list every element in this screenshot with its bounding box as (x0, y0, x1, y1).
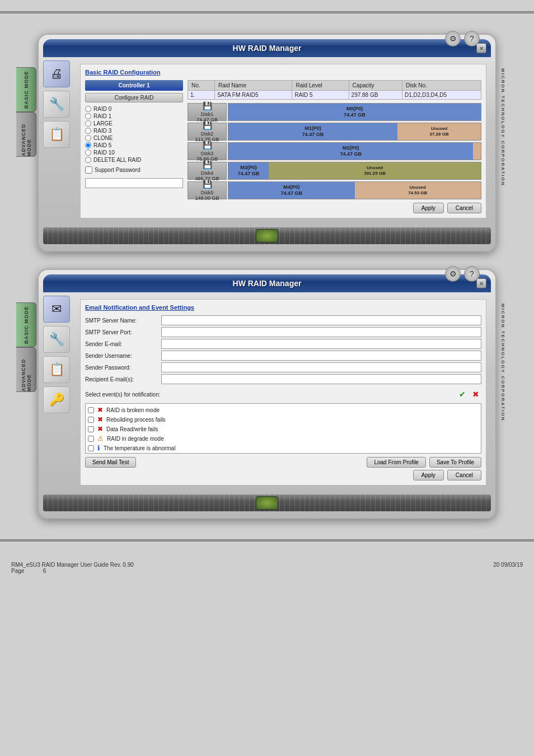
window2-cancel-btn[interactable]: Cancel (447, 470, 481, 480)
sidebar-icon-key-2[interactable]: 🔑 (43, 386, 70, 413)
radio-clone[interactable]: CLONE (85, 135, 183, 141)
title-bar-1: HW RAID Manager ✕ ⚙ ? (43, 39, 491, 57)
basic-mode-tab-2[interactable]: Basic Mode (16, 302, 36, 347)
sender-username-input[interactable] (161, 351, 481, 361)
radio-raid3[interactable]: RAID 3 (85, 128, 183, 134)
configure-btn[interactable]: Configure RAID (85, 93, 183, 102)
bottom-strip-2 (43, 494, 491, 511)
email-form-grid: SMTP Server Name: SMTP Server Port: Send… (85, 315, 481, 384)
support-password-checkbox[interactable]: Support Password (85, 166, 183, 174)
window2-bottom-btn-row: Send Mail Test Load From Profile Save To… (85, 457, 481, 468)
disk1-seg1: M0(P0)74.47 GB (228, 104, 481, 120)
sidebar-icon-config-2[interactable]: 🔧 (43, 326, 70, 353)
radio-raid0[interactable]: RAID 0 (85, 106, 183, 112)
support-password-check[interactable] (85, 166, 92, 174)
save-to-profile-btn[interactable]: Save To Profile (429, 457, 481, 468)
radio-raid3-input[interactable] (85, 128, 91, 134)
radio-raid10-input[interactable] (85, 150, 91, 156)
side-tabs-left-2: Basic Mode Advanced Mode (16, 302, 36, 392)
clear-all-icon[interactable]: ✖ (470, 389, 481, 400)
help-icon-1[interactable]: ? (464, 31, 480, 46)
disk-grid: 💾 Disk1 74.47 GB M0(P0)74.47 GB (188, 103, 481, 199)
disk-row-1: 💾 Disk1 74.47 GB M0(P0)74.47 GB (188, 103, 481, 121)
event-check-1[interactable] (88, 407, 94, 413)
event-item-5: ℹ The temperature is abnormal (88, 444, 479, 452)
raid-table-header-row: No. Raid Name Raid Level Capacity Disk N… (188, 81, 481, 91)
radio-delete[interactable]: DELETE ALL RAID (85, 157, 183, 163)
window1-cancel-btn[interactable]: Cancel (447, 203, 481, 213)
radio-raid5-input[interactable] (85, 142, 91, 148)
event-icon-2: ✖ (97, 416, 103, 423)
footer-line1: RM4_eSU3 RAID Manager User Guide Rev. 0.… (11, 562, 134, 568)
sender-password-input[interactable] (161, 362, 481, 372)
disk4-seg2: Unused391.25 GB (269, 162, 481, 179)
disk-row-5: 💾 Disk5 149.00 GB M4(P0)74.47 GB (188, 181, 481, 199)
raid-row-1-diskno: D1,D2,D3,D4,D5 (402, 91, 481, 100)
disk1-icon: 💾 (203, 101, 212, 110)
window2-apply-btn[interactable]: Apply (413, 470, 444, 480)
sidebar-icon-email-2[interactable]: ✉ (43, 296, 70, 323)
radio-large-input[interactable] (85, 120, 91, 127)
window1-apply-btn[interactable]: Apply (413, 203, 444, 213)
radio-raid0-label: RAID 0 (93, 106, 111, 112)
sidebar-icon-print-1[interactable]: 🖨 (43, 60, 70, 87)
radio-delete-input[interactable] (85, 157, 91, 163)
radio-raid5-label: RAID 5 (93, 142, 111, 148)
col-capacity: Capacity (349, 81, 402, 91)
disk3-name: Disk3 (201, 151, 214, 156)
radio-group: RAID 0 RAID 1 LARGE (85, 106, 183, 163)
recipient-email-label: Recipient E-mail(s): (85, 374, 158, 384)
sender-password-label: Sender Password: (85, 362, 158, 372)
support-password-label: Support Password (95, 167, 140, 173)
window1-main: Basic RAID Configuration Controller 1 Co… (80, 64, 486, 218)
disk5-seg1-label: M4(P0)74.47 GB (280, 184, 302, 197)
event-label-5: The temperature is abnormal (104, 445, 175, 451)
controller-btn[interactable]: Controller 1 (85, 80, 183, 91)
event-check-4[interactable] (88, 436, 94, 442)
window1-title: HW RAID Manager (233, 44, 302, 53)
disk5-bar: M4(P0)74.47 GB Unused74.53 GB (228, 181, 481, 199)
send-mail-test-btn[interactable]: Send Mail Test (85, 457, 136, 468)
bottom-strip-1 (43, 227, 491, 244)
event-check-3[interactable] (88, 426, 94, 432)
settings-icon-1[interactable]: ⚙ (445, 31, 461, 46)
event-check-5[interactable] (88, 445, 94, 451)
disk2-seg1: M1(P0)74.47 GB (228, 123, 397, 140)
window2-body: ✉ 🔧 📋 🔑 Email Notification and Event Set… (39, 292, 495, 492)
event-check-2[interactable] (88, 417, 94, 423)
radio-raid1[interactable]: RAID 1 (85, 113, 183, 119)
radio-clone-input[interactable] (85, 135, 91, 141)
radio-raid10[interactable]: RAID 10 (85, 150, 183, 156)
disk2-seg2-label: Unused37.28 GB (429, 126, 448, 137)
sidebar-icon-list-1[interactable]: 📋 (43, 121, 70, 148)
disk5-size: 149.00 GB (195, 195, 219, 201)
window2: HW RAID Manager ✕ ⚙ ? ✉ 🔧 📋 🔑 (38, 269, 496, 519)
advanced-mode-tab-1[interactable]: Advanced Mode (16, 112, 36, 157)
radio-large[interactable]: LARGE (85, 120, 183, 127)
raid-row-1-level: RAID 5 (292, 91, 349, 100)
radio-raid0-input[interactable] (85, 106, 91, 112)
check-all-icon[interactable]: ✔ (457, 389, 468, 400)
help-icon-2[interactable]: ? (464, 266, 480, 282)
advanced-mode-tab-2[interactable]: Advanced Mode (16, 347, 36, 392)
event-label-3: Data Read/write fails (106, 426, 158, 432)
sidebar-icon-list-2[interactable]: 📋 (43, 356, 70, 383)
support-password-input[interactable] (85, 178, 183, 188)
smtp-server-port-label: SMTP Server Port: (85, 327, 158, 337)
raid-row-1-name: SATA FM RAID5 (214, 91, 292, 100)
settings-icon-2[interactable]: ⚙ (445, 266, 461, 282)
raid-row-1-capacity: 297.88 GB (349, 91, 402, 100)
radio-raid5[interactable]: RAID 5 (85, 142, 183, 148)
load-from-profile-btn[interactable]: Load From Profile (367, 457, 425, 468)
recipient-email-input[interactable] (161, 374, 481, 384)
bottom-rule (0, 539, 534, 542)
smtp-server-name-input[interactable] (161, 315, 481, 325)
disk5-seg2: Unused74.53 GB (355, 182, 481, 199)
radio-raid1-input[interactable] (85, 113, 91, 119)
sender-email-input[interactable] (161, 339, 481, 349)
basic-mode-tab-1[interactable]: Basic Mode (16, 67, 36, 112)
smtp-server-port-input[interactable] (161, 327, 481, 337)
event-icon-1: ✖ (97, 406, 103, 414)
sidebar-icon-config-1[interactable]: 🔧 (43, 91, 70, 118)
disk3-label: 💾 Disk3 76.66 GB (188, 142, 227, 160)
